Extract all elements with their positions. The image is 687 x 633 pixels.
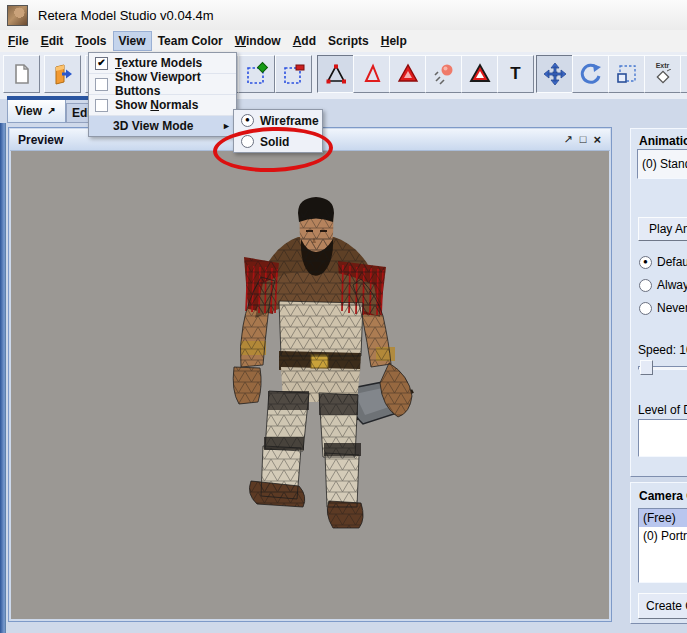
radio-icon (639, 302, 652, 315)
triangle-select-button[interactable] (461, 55, 498, 93)
edge-select-button[interactable] (353, 55, 390, 93)
retera-model-studio-window: { "window": { "title": "Retera Model Stu… (0, 0, 687, 633)
new-file-button[interactable] (3, 55, 40, 93)
select-add-button[interactable] (238, 55, 275, 93)
speed-label: Speed: 100 (638, 343, 687, 357)
menu-item-show-viewport-buttons[interactable]: Show Viewport Buttons (89, 74, 236, 95)
menu-window[interactable]: Window (229, 31, 287, 51)
camera-panel: Camera Co (Free) (0) Portrai Create C (630, 482, 687, 624)
menu-item-show-normals[interactable]: Show Normals (89, 95, 236, 116)
preview-window-controls: ↗ □ × (564, 134, 610, 145)
level-of-detail-box[interactable] (638, 419, 687, 457)
float-window-icon[interactable]: ↗ (564, 134, 573, 145)
menu-item-wireframe[interactable]: ● Wireframe (234, 110, 322, 131)
extrude-edge-button[interactable] (680, 55, 687, 93)
menu-view[interactable]: View (113, 31, 152, 51)
preview-3d-viewport[interactable] (11, 151, 609, 619)
tab-accent-strip (7, 96, 88, 100)
face-select-button[interactable] (389, 55, 426, 93)
preview-frame: Preview ↗ □ × (8, 127, 612, 622)
face-select-icon (395, 61, 421, 87)
create-camera-button[interactable]: Create C (638, 593, 687, 619)
text-tool-button[interactable]: T (497, 55, 534, 93)
animation-controller-panel: Animation (0) Stand 1 Play Anim ● Defaul… (630, 128, 687, 477)
view-menu-popup: ✔ Texture Models Show Viewport Buttons S… (88, 52, 237, 137)
menu-help[interactable]: Help (375, 31, 413, 51)
tab-view-label: View (15, 104, 42, 118)
submenu-arrow-icon: ► (222, 121, 231, 131)
loop-option-never[interactable]: Never (639, 301, 687, 315)
level-of-detail-label: Level of De (638, 403, 687, 417)
menu-edit[interactable]: Edit (35, 31, 70, 51)
menu-add[interactable]: Add (287, 31, 322, 51)
select-subtract-icon (281, 61, 307, 87)
play-animation-button[interactable]: Play Anim (638, 217, 687, 241)
tab-view[interactable]: View ↗ (7, 99, 66, 123)
new-file-icon (10, 62, 34, 86)
scale-tool-button[interactable] (608, 55, 645, 93)
menu-scripts[interactable]: Scripts (322, 31, 375, 51)
split-pane-divider[interactable] (0, 123, 6, 633)
checkbox-icon (95, 78, 108, 91)
move-tool-button[interactable] (536, 55, 573, 93)
camera-item-free[interactable]: (Free) (639, 509, 687, 527)
radio-selected-icon: ● (639, 256, 652, 269)
app-icon (7, 5, 28, 26)
vertex-select-icon (323, 61, 349, 87)
maximize-icon[interactable]: □ (580, 134, 587, 145)
menu-file[interactable]: File (2, 31, 35, 51)
preview-title: Preview (10, 133, 63, 147)
rotate-tool-icon (578, 61, 604, 87)
camera-item-portrait[interactable]: (0) Portrai (639, 527, 687, 545)
wireframe-model (11, 151, 609, 619)
menu-item-3d-view-mode[interactable]: 3D View Mode ► (89, 116, 236, 136)
camera-panel-title: Camera Co (639, 489, 687, 503)
open-file-button[interactable] (44, 55, 81, 93)
move-tool-icon (542, 61, 568, 87)
open-file-icon (51, 62, 75, 86)
scale-tool-icon (614, 61, 640, 87)
loop-option-always[interactable]: Always (639, 278, 687, 292)
animation-panel-title: Animation (639, 134, 687, 148)
menu-bar: File Edit Tools View Team Color Window A… (0, 30, 687, 53)
menu-team-color[interactable]: Team Color (152, 31, 229, 51)
rotate-tool-button[interactable] (572, 55, 609, 93)
camera-list: (Free) (0) Portrai (638, 508, 687, 583)
speed-slider-thumb[interactable] (640, 360, 653, 375)
vertex-normals-icon (431, 61, 457, 87)
extrude-tool-icon: Extr (653, 63, 673, 85)
menu-item-solid[interactable]: Solid (234, 131, 322, 152)
text-tool-icon: T (510, 64, 520, 84)
radio-selected-icon: ● (241, 114, 254, 127)
edge-select-icon (359, 61, 385, 87)
close-icon[interactable]: × (593, 134, 601, 145)
extrude-tool-button[interactable]: Extr (644, 55, 681, 93)
select-add-icon (244, 61, 270, 87)
loop-option-default[interactable]: ● Default (639, 255, 687, 269)
vertex-select-button[interactable] (317, 55, 354, 93)
select-subtract-button[interactable] (275, 55, 312, 93)
animation-select[interactable]: (0) Stand 1 (637, 149, 687, 179)
radio-icon (241, 135, 254, 148)
vertex-normals-button[interactable] (425, 55, 462, 93)
view-mode-submenu: ● Wireframe Solid (233, 109, 323, 153)
radio-icon (639, 279, 652, 292)
triangle-select-icon (467, 61, 493, 87)
title-bar: Retera Model Studio v0.04.4m (0, 0, 687, 31)
menu-tools[interactable]: Tools (69, 31, 112, 51)
tab-float-icon[interactable]: ↗ (47, 105, 55, 116)
checkbox-checked-icon: ✔ (95, 57, 108, 70)
window-title: Retera Model Studio v0.04.4m (38, 8, 214, 23)
selected-animation: (0) Stand 1 (638, 157, 687, 171)
checkbox-icon (95, 99, 108, 112)
